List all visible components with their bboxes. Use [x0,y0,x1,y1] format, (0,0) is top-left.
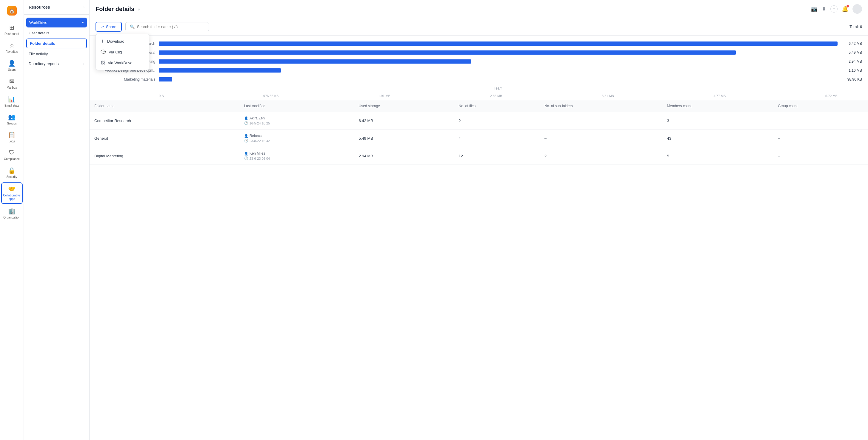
col-used-storage: Used storage [354,100,454,112]
share-dropdown: ⬇ Download 💬 Via Cliq 🖼 Via WorkDrive [95,34,149,70]
compliance-icon: 🛡 [9,149,15,156]
notifications-icon[interactable]: 🔔 [842,6,848,12]
cell-group-count: – [773,147,868,165]
nav-groups[interactable]: 👥 Groups [1,111,23,128]
sidebar-header: Resources › [24,0,89,14]
nav-compliance[interactable]: 🛡 Compliance [1,147,23,163]
page-title: Folder details [95,6,134,12]
search-icon: 🔍 [130,25,135,29]
cell-used-storage: 5.49 MB [354,130,454,147]
download-icon[interactable]: ⬇ [822,6,826,12]
nav-email-stats[interactable]: 📊 Email stats [1,93,23,110]
workdrive-share-icon: 🖼 [101,60,105,65]
cliq-icon: 💬 [101,50,106,54]
sidebar-item-user-details[interactable]: User details [24,28,89,38]
folder-details-label: Folder details [30,41,55,46]
sidebar-item-dormitory-reports[interactable]: Dormitory reports › [24,59,89,69]
bar-row: Marketing materials 98.96 KB [95,77,862,82]
bar-fill [159,59,471,64]
share-icon: ↗ [101,25,104,29]
sidebar-section-label: Resources [29,5,50,9]
chart-bars: Competitor Research 6.42 MB General 5.49… [95,41,862,82]
chart-x-axis: 0 B 976.56 KB 1.91 MB 2.86 MB 3.81 MB 4.… [159,92,838,100]
bar-track [159,41,838,46]
favorites-icon: ☆ [9,42,14,49]
chart-area: Competitor Research 6.42 MB General 5.49… [90,35,868,100]
bar-value: 1.16 MB [841,68,862,72]
nav-logs-label: Logs [9,140,15,143]
cell-no-of-files: 12 [454,147,540,165]
nav-logs[interactable]: 📋 Logs [1,129,23,146]
nav-mailbox[interactable]: ✉ Mailbox [1,75,23,92]
dropdown-via-workdrive[interactable]: 🖼 Via WorkDrive [96,57,149,68]
cell-no-of-subfolders: 2 [540,147,662,165]
sidebar-item-folder-details[interactable]: Folder details [26,38,87,49]
cell-members-count: 43 [662,130,773,147]
sidebar-chevron-icon: › [83,5,85,9]
search-box[interactable]: 🔍 [125,22,209,31]
bar-row: General 5.49 MB [95,51,862,55]
collaborative-apps-icon: 🤝 [8,185,16,192]
dormitory-reports-label: Dormitory reports [29,62,59,66]
nav-dashboard-label: Dashboard [4,32,19,36]
screenshot-icon[interactable]: 📷 [811,6,817,12]
notification-badge [846,5,849,7]
nav-email-stats-label: Email stats [4,104,19,107]
sidebar-item-file-activity[interactable]: File activity [24,49,89,59]
help-icon[interactable]: ? [830,5,838,12]
total-label: Total: 6 [849,25,862,29]
organization-icon: 🏢 [8,208,16,215]
cell-folder-name: Digital Marketing [90,147,239,165]
cell-last-modified: 👤 Akira Zen 🕐 16-5-24 10:25 [239,112,354,130]
col-group-count: Group count [773,100,868,112]
bar-track [159,77,838,82]
cell-no-of-subfolders: – [540,130,662,147]
bar-row: Digital Marketing 2.94 MB [95,59,862,64]
sidebar-section: WorkDrive ▾ User details Folder details … [24,14,89,71]
cell-members-count: 3 [662,112,773,130]
workdrive-label: WorkDrive [29,20,47,25]
nav-users[interactable]: 👤 Users [1,57,23,74]
favorite-star-icon[interactable]: ☆ [137,7,141,11]
logs-icon: 📋 [8,131,16,138]
nav-groups-label: Groups [7,122,17,125]
content-area: ↗ Share 🔍 Total: 6 ⬇ Download 💬 Via Cliq [90,18,868,440]
nav-favorites[interactable]: ☆ Favorites [1,39,23,56]
dropdown-via-cliq[interactable]: 💬 Via Cliq [96,46,149,57]
nav-collaborative-apps[interactable]: 🤝 Collaborative apps [1,182,23,204]
user-avatar[interactable] [852,4,862,14]
nav-security[interactable]: 🔒 Security [1,164,23,181]
search-input[interactable] [137,25,205,29]
bar-track [159,51,838,55]
col-no-of-subfolders: No. of sub-folders [540,100,662,112]
cell-no-of-files: 4 [454,130,540,147]
table-row: General 👤 Rebecca 🕐 23-8-22 16:42 5.49 M… [90,130,868,147]
topbar-icons: 📷 ⬇ ? 🔔 [811,4,862,14]
bar-fill [159,51,736,55]
bar-value: 6.42 MB [841,41,862,46]
col-last-modified: Last modified [239,100,354,112]
bar-track [159,59,838,64]
via-cliq-label: Via Cliq [108,50,122,54]
toolbar: ↗ Share 🔍 Total: 6 ⬇ Download 💬 Via Cliq [90,18,868,35]
cell-no-of-subfolders: – [540,112,662,130]
groups-icon: 👥 [8,114,16,121]
topbar: Folder details ☆ 📷 ⬇ ? 🔔 [90,0,868,18]
col-folder-name: Folder name [90,100,239,112]
cell-used-storage: 2.94 MB [354,147,454,165]
sidebar-item-workdrive[interactable]: WorkDrive ▾ [26,18,87,28]
dropdown-download[interactable]: ⬇ Download [96,36,149,46]
file-activity-label: File activity [29,52,48,56]
share-button[interactable]: ↗ Share [95,22,122,32]
nav-favorites-label: Favorites [6,50,18,54]
logo-area: 🏠 [4,3,20,19]
bar-fill [159,68,281,72]
nav-compliance-label: Compliance [4,157,20,161]
download-icon: ⬇ [101,39,104,43]
nav-organization[interactable]: 🏢 Organization [1,205,23,222]
bar-fill [159,77,172,82]
users-icon: 👤 [8,60,16,67]
cell-last-modified: 👤 Ken Miles 🕐 23-6-23 08:04 [239,147,354,165]
nav-dashboard[interactable]: ⊞ Dashboard [1,22,23,38]
topbar-left: Folder details ☆ [95,6,141,12]
